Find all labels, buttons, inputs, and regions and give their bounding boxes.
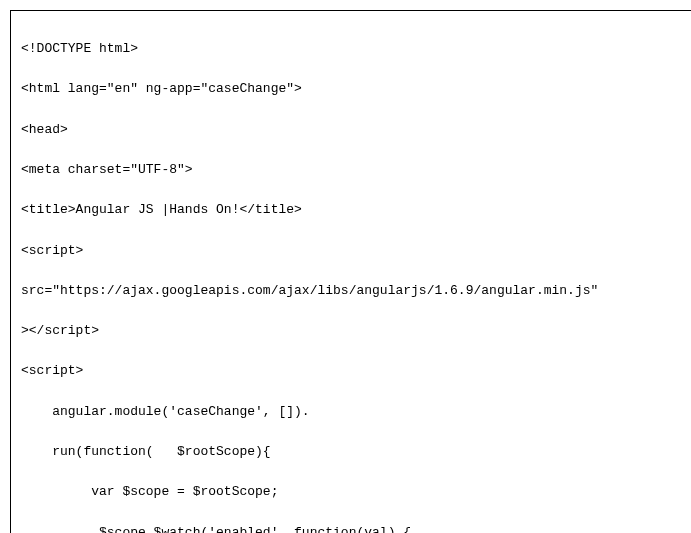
- code-line: var $scope = $rootScope;: [21, 482, 690, 502]
- code-line: <title>Angular JS |Hands On!</title>: [21, 200, 690, 220]
- code-line: <meta charset="UTF-8">: [21, 160, 690, 180]
- code-line: <head>: [21, 120, 690, 140]
- code-line: <script>: [21, 361, 690, 381]
- code-line: run(function( $rootScope){: [21, 442, 690, 462]
- code-line: <!DOCTYPE html>: [21, 39, 690, 59]
- code-snippet-container: <!DOCTYPE html> <html lang="en" ng-app="…: [10, 10, 691, 533]
- code-line: src="https://ajax.googleapis.com/ajax/li…: [21, 281, 690, 301]
- code-line: ></script>: [21, 321, 690, 341]
- code-line: $scope.$watch('enabled', function(val) {: [21, 523, 690, 533]
- code-line: <script>: [21, 241, 690, 261]
- code-line: angular.module('caseChange', []).: [21, 402, 690, 422]
- code-line: <html lang="en" ng-app="caseChange">: [21, 79, 690, 99]
